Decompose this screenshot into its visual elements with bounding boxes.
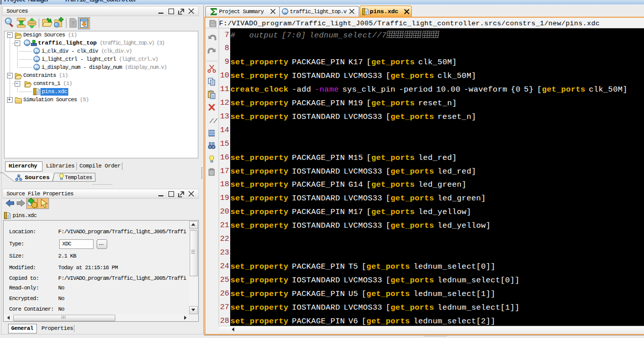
- svg-text://: //: [209, 117, 218, 125]
- svg-text:?: ?: [71, 20, 75, 26]
- svg-text:ve: ve: [34, 49, 39, 53]
- svg-text:ve: ve: [283, 9, 288, 14]
- svg-text:ve: ve: [25, 40, 30, 45]
- svg-text:ve: ve: [34, 57, 39, 61]
- svg-text:ve: ve: [34, 65, 39, 69]
